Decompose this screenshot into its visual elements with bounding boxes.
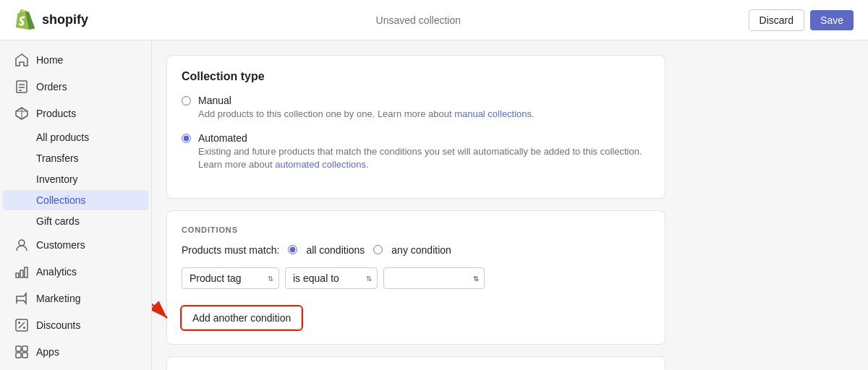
- automated-radio[interactable]: [182, 134, 191, 143]
- all-conditions-radio[interactable]: [288, 245, 297, 254]
- discard-button[interactable]: Discard: [749, 9, 804, 31]
- top-header: shopify Unsaved collection Discard Save: [0, 0, 868, 40]
- conditions-card: CONDITIONS Products must match: all cond…: [166, 210, 665, 345]
- svg-point-14: [18, 322, 20, 324]
- svg-rect-17: [22, 346, 27, 351]
- sidebar-item-orders-label: Orders: [36, 81, 67, 92]
- automated-label: Automated: [198, 132, 650, 144]
- sidebar-item-products-label: Products: [36, 108, 76, 119]
- any-condition-radio[interactable]: [373, 245, 383, 254]
- condition-value-input[interactable]: [383, 267, 485, 289]
- sidebar-item-customers-label: Customers: [36, 239, 85, 251]
- match-label: Products must match:: [182, 244, 279, 256]
- svg-point-15: [23, 327, 25, 329]
- header-actions: Discard Save: [749, 9, 854, 31]
- sidebar-sub-item-all-products[interactable]: All products: [3, 127, 148, 147]
- sidebar-item-analytics-label: Analytics: [36, 266, 77, 278]
- logo-text: shopify: [42, 12, 88, 27]
- sidebar-nav: Home Orders Products All products: [0, 40, 151, 370]
- product-tag-select[interactable]: Product tag Product type Product vendor …: [182, 267, 279, 289]
- sidebar-sub-item-transfers[interactable]: Transfers: [3, 148, 148, 168]
- sales-channels-header: SALES CHANNELS +: [0, 366, 151, 370]
- automated-option: Automated Existing and future products t…: [182, 132, 650, 171]
- shopify-logo-icon: [14, 9, 36, 31]
- conditions-header: CONDITIONS: [182, 225, 650, 234]
- manual-option-content: Manual Add products to this collection o…: [198, 95, 535, 121]
- save-button[interactable]: Save: [810, 10, 854, 30]
- customers-icon: [14, 238, 29, 252]
- seo-card: Search engine listing preview Summer col…: [166, 356, 665, 370]
- sidebar-item-apps-label: Apps: [36, 346, 59, 358]
- automated-desc: Existing and future products that match …: [198, 145, 650, 171]
- manual-option: Manual Add products to this collection o…: [182, 95, 650, 121]
- condition-row: Product tag Product type Product vendor …: [182, 267, 650, 289]
- sidebar-item-home[interactable]: Home: [3, 47, 148, 73]
- svg-rect-8: [16, 273, 19, 278]
- manual-radio[interactable]: [182, 96, 191, 106]
- all-conditions-label[interactable]: all conditions: [306, 244, 365, 256]
- sidebar-item-home-label: Home: [36, 54, 63, 66]
- collection-type-title: Collection type: [182, 70, 650, 83]
- orders-icon: [14, 79, 29, 94]
- sidebar-item-discounts-label: Discounts: [36, 319, 80, 331]
- marketing-icon: [14, 291, 29, 306]
- svg-rect-18: [16, 353, 21, 358]
- sidebar-item-marketing-label: Marketing: [36, 293, 80, 304]
- main-layout: Home Orders Products All products: [0, 40, 868, 370]
- value-input-wrapper: ⇅: [383, 267, 485, 289]
- any-condition-label[interactable]: any condition: [391, 244, 451, 256]
- manual-label: Manual: [198, 95, 535, 106]
- content-area: Collection type Manual Add products to t…: [152, 40, 680, 370]
- sidebar-item-analytics[interactable]: Analytics: [3, 259, 148, 285]
- sidebar-item-customers[interactable]: Customers: [3, 232, 148, 258]
- collection-type-card: Collection type Manual Add products to t…: [166, 55, 665, 199]
- sidebar-item-products[interactable]: Products: [3, 100, 148, 126]
- sidebar-sub-item-collections[interactable]: Collections: [3, 190, 148, 210]
- svg-rect-9: [20, 270, 23, 278]
- discounts-icon: [14, 318, 29, 332]
- svg-rect-19: [22, 353, 27, 358]
- sidebar-item-marketing[interactable]: Marketing: [3, 285, 148, 311]
- automated-collections-link[interactable]: automated collections.: [275, 159, 368, 170]
- add-condition-button[interactable]: Add another condition: [182, 306, 302, 330]
- sidebar-item-apps[interactable]: Apps: [3, 339, 148, 365]
- manual-desc: Add products to this collection one by o…: [198, 108, 535, 121]
- sidebar-sub-item-inventory[interactable]: Inventory: [3, 169, 148, 189]
- svg-rect-10: [25, 267, 27, 278]
- page-title: Unsaved collection: [376, 14, 461, 26]
- analytics-icon: [14, 264, 29, 279]
- sidebar-item-orders[interactable]: Orders: [3, 74, 148, 100]
- sidebar-sub-item-gift-cards[interactable]: Gift cards: [3, 211, 148, 231]
- svg-rect-16: [16, 346, 21, 351]
- sidebar-item-discounts[interactable]: Discounts: [3, 312, 148, 338]
- manual-collections-link[interactable]: manual collections.: [454, 108, 535, 119]
- products-icon: [14, 106, 29, 121]
- product-tag-select-wrapper: Product tag Product type Product vendor …: [182, 267, 279, 289]
- operator-select-wrapper: is equal to is not equal to contains: [285, 267, 378, 289]
- conditions-match-row: Products must match: all conditions any …: [182, 244, 650, 256]
- apps-icon: [14, 345, 29, 359]
- automated-option-content: Automated Existing and future products t…: [198, 132, 650, 171]
- logo: shopify: [14, 9, 88, 31]
- home-icon: [14, 53, 29, 67]
- sidebar: Home Orders Products All products: [0, 40, 152, 370]
- add-condition-wrapper: Add another condition: [182, 304, 302, 330]
- svg-point-7: [19, 240, 25, 246]
- red-arrow-annotation: [152, 293, 182, 329]
- right-panel: [680, 40, 868, 370]
- operator-select[interactable]: is equal to is not equal to contains: [285, 267, 378, 289]
